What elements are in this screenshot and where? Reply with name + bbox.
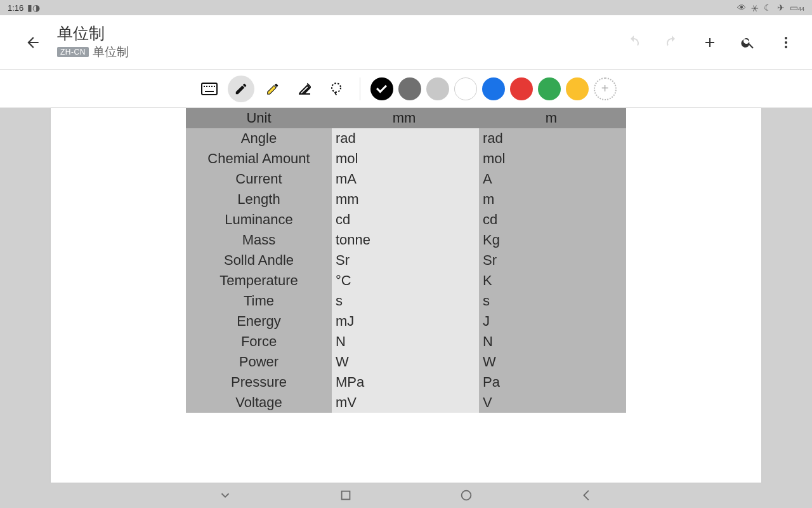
color-white[interactable] [454, 77, 477, 100]
svg-point-1 [785, 41, 787, 44]
camera-icon: ▮◑ [27, 3, 40, 13]
color-black[interactable] [370, 77, 393, 100]
dnd-icon: ☾ [764, 3, 772, 13]
cell-mm: cd [332, 210, 479, 230]
redo-button[interactable] [660, 30, 684, 55]
cell-m: Kg [479, 230, 626, 250]
table-row: Lengthmmm [186, 189, 626, 210]
color-red[interactable] [510, 77, 533, 100]
cell-name: Length [186, 189, 332, 210]
color-blue[interactable] [482, 77, 505, 100]
nav-recents[interactable] [336, 486, 355, 505]
cell-mm: MPa [332, 372, 479, 392]
table-row: EnergymJJ [186, 311, 626, 331]
search-button[interactable] [736, 30, 760, 55]
cell-name: Power [186, 352, 332, 372]
th-unit: Unit [186, 108, 332, 128]
status-bar: 1:16 ▮◑ 👁 ⚹ ☾ ✈ ▭44 [0, 0, 812, 15]
system-nav-bar [0, 483, 812, 508]
undo-button[interactable] [622, 30, 646, 55]
cell-m: mol [479, 149, 626, 169]
svg-rect-5 [206, 86, 207, 87]
add-button[interactable] [698, 30, 722, 55]
units-table: Unit mm m AngleradradChemial Amountmolmo… [186, 108, 626, 413]
cell-name: Mass [186, 230, 332, 250]
cell-m: K [479, 271, 626, 291]
svg-point-0 [785, 37, 787, 39]
cell-m: m [479, 189, 626, 210]
lasso-tool[interactable] [323, 76, 350, 102]
table-row: ForceNN [186, 331, 626, 352]
page-subtitle: 单位制 [93, 44, 129, 60]
back-button[interactable] [20, 30, 46, 55]
cell-name: Temperature [186, 271, 332, 291]
svg-rect-3 [202, 83, 217, 95]
cell-m: Pa [479, 372, 626, 392]
cell-m: cd [479, 210, 626, 230]
cell-mm: N [332, 331, 479, 352]
table-row: Temperature°CK [186, 271, 626, 291]
cell-name: Energy [186, 311, 332, 331]
cell-m: rad [479, 128, 626, 149]
status-time: 1:16 [8, 3, 23, 13]
highlighter-tool[interactable] [259, 76, 286, 102]
color-yellow[interactable] [566, 77, 589, 100]
svg-rect-9 [205, 91, 214, 92]
color-green[interactable] [538, 77, 561, 100]
svg-rect-4 [204, 86, 205, 87]
svg-rect-8 [214, 86, 215, 87]
cell-mm: mol [332, 149, 479, 169]
table-row: Angleradrad [186, 128, 626, 149]
table-row: MasstonneKg [186, 230, 626, 250]
bluetooth-icon: ⚹ [751, 3, 759, 13]
svg-rect-7 [211, 86, 213, 87]
color-gray[interactable] [398, 77, 421, 100]
cell-mm: rad [332, 128, 479, 149]
eraser-tool[interactable] [291, 76, 318, 102]
keyboard-tool[interactable] [196, 76, 223, 102]
cell-mm: s [332, 291, 479, 311]
cell-mm: mA [332, 169, 479, 189]
cell-m: V [479, 392, 626, 413]
nav-back[interactable] [577, 486, 596, 505]
cell-name: Chemial Amount [186, 149, 332, 169]
cell-name: Force [186, 331, 332, 352]
cell-name: Luminance [186, 210, 332, 230]
svg-rect-6 [209, 86, 210, 87]
svg-point-2 [785, 46, 787, 48]
th-mm: mm [332, 108, 479, 128]
cell-m: A [479, 169, 626, 189]
nav-home[interactable] [457, 486, 476, 505]
cell-m: J [479, 311, 626, 331]
table-row: Timess [186, 291, 626, 311]
cell-mm: W [332, 352, 479, 372]
color-lightgray[interactable] [426, 77, 449, 100]
add-color-button[interactable]: + [594, 77, 617, 100]
cell-m: W [479, 352, 626, 372]
table-row: VoltagemVV [186, 392, 626, 413]
cell-name: Solld Andle [186, 250, 332, 271]
table-row: Chemial Amountmolmol [186, 149, 626, 169]
document-page[interactable]: Unit mm m AngleradradChemial Amountmolmo… [51, 108, 761, 483]
airplane-icon: ✈ [777, 3, 785, 13]
table-row: Solld AndleSrSr [186, 250, 626, 271]
cell-name: Voltage [186, 392, 332, 413]
pen-tool[interactable] [228, 76, 254, 102]
table-row: CurrentmAA [186, 169, 626, 189]
toolbar-separator [360, 77, 360, 100]
nav-chevron-down[interactable] [216, 486, 235, 505]
table-row: PressureMPaPa [186, 372, 626, 392]
app-header: 单位制 ZH-CN 单位制 [0, 15, 812, 70]
svg-point-10 [332, 83, 341, 92]
cell-name: Current [186, 169, 332, 189]
cell-mm: mV [332, 392, 479, 413]
cell-name: Time [186, 291, 332, 311]
cell-mm: tonne [332, 230, 479, 250]
th-m: m [479, 108, 626, 128]
cell-mm: mm [332, 189, 479, 210]
cell-mm: °C [332, 271, 479, 291]
page-title: 单位制 [57, 24, 129, 43]
toolbar: + [0, 70, 812, 108]
more-button[interactable] [774, 30, 798, 55]
cell-name: Angle [186, 128, 332, 149]
